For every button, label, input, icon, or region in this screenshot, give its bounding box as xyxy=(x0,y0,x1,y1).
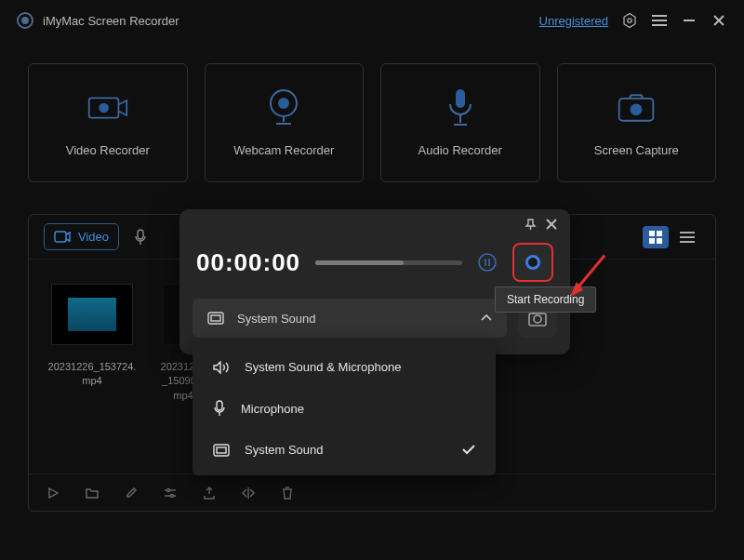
library-toolbar xyxy=(29,473,715,511)
svg-rect-25 xyxy=(657,238,662,244)
svg-marker-0 xyxy=(624,14,635,28)
system-sound-icon xyxy=(207,312,224,325)
close-button[interactable] xyxy=(711,12,727,29)
audio-source-select[interactable]: System Sound xyxy=(193,299,507,338)
svg-rect-20 xyxy=(138,230,143,239)
trash-icon[interactable] xyxy=(280,486,295,500)
check-icon xyxy=(462,445,475,455)
svg-point-42 xyxy=(534,315,541,323)
mode-label: Webcam Recorder xyxy=(233,143,334,157)
tab-video[interactable]: Video xyxy=(44,223,119,250)
file-item[interactable]: 20231226_153724.mp4 xyxy=(47,284,137,403)
svg-rect-22 xyxy=(649,231,655,236)
play-icon[interactable] xyxy=(46,486,60,500)
pause-icon[interactable] xyxy=(477,252,498,273)
progress-bar xyxy=(315,260,462,265)
mode-webcam-recorder[interactable]: Webcam Recorder xyxy=(205,63,365,182)
speaker-icon xyxy=(213,361,230,374)
dropdown-option-system[interactable]: System Sound xyxy=(193,430,496,470)
file-thumbnail xyxy=(51,284,133,345)
svg-rect-46 xyxy=(217,447,226,453)
svg-point-31 xyxy=(167,488,170,491)
mode-video-recorder[interactable]: Video Recorder xyxy=(28,63,188,182)
file-name: 20231226_153724.mp4 xyxy=(47,360,137,389)
dropdown-option-mic[interactable]: Microphone xyxy=(193,387,496,430)
menu-icon[interactable] xyxy=(651,12,668,29)
svg-rect-43 xyxy=(217,401,222,410)
pin-icon[interactable] xyxy=(525,219,537,237)
source-selected-label: System Sound xyxy=(237,312,316,326)
app-title: iMyMac Screen Recorder xyxy=(43,14,179,28)
audio-recorder-icon xyxy=(440,89,481,127)
svg-point-9 xyxy=(99,102,109,113)
webcam-recorder-icon xyxy=(263,89,304,127)
option-label: System Sound xyxy=(245,443,324,457)
microphone-icon xyxy=(213,400,226,417)
option-label: System Sound & Microphone xyxy=(245,360,401,374)
mode-label: Screen Capture xyxy=(594,143,679,157)
settings-gear-icon[interactable] xyxy=(621,12,638,29)
mode-label: Audio Recorder xyxy=(418,143,502,157)
option-label: Microphone xyxy=(241,402,304,416)
sliders-icon[interactable] xyxy=(163,486,178,500)
close-controller-icon[interactable] xyxy=(546,219,557,237)
mode-cards-row: Video Recorder Webcam Recorder Audio Rec… xyxy=(0,41,744,210)
svg-point-18 xyxy=(631,103,643,115)
grid-view-button[interactable] xyxy=(643,226,669,248)
timer-display: 00:00:00 xyxy=(196,248,300,277)
svg-rect-24 xyxy=(649,238,655,244)
tab-label: Video xyxy=(78,230,109,244)
svg-point-11 xyxy=(278,98,289,109)
titlebar: iMyMac Screen Recorder Unregistered xyxy=(0,0,744,41)
audio-source-dropdown: System Sound & Microphone Microphone Sys… xyxy=(193,341,496,475)
app-logo-icon xyxy=(17,12,33,29)
svg-point-1 xyxy=(628,19,632,23)
recording-controller: 00:00:00 System Sound xyxy=(179,209,570,354)
list-view-button[interactable] xyxy=(674,226,700,248)
svg-point-32 xyxy=(171,494,174,497)
screen-capture-icon xyxy=(616,89,657,127)
edit-icon[interactable] xyxy=(124,486,139,500)
mode-screen-capture[interactable]: Screen Capture xyxy=(557,63,717,182)
mode-label: Video Recorder xyxy=(66,143,150,157)
start-recording-tooltip: Start Recording xyxy=(495,287,596,313)
tab-audio[interactable] xyxy=(125,223,156,251)
dropdown-option-both[interactable]: System Sound & Microphone xyxy=(193,347,496,387)
chevron-up-icon xyxy=(481,314,492,322)
minimize-button[interactable] xyxy=(681,12,698,29)
start-recording-button[interactable] xyxy=(512,243,553,282)
svg-rect-19 xyxy=(55,232,66,242)
unregistered-link[interactable]: Unregistered xyxy=(539,14,608,28)
mode-audio-recorder[interactable]: Audio Recorder xyxy=(380,63,540,182)
svg-point-36 xyxy=(479,254,496,271)
record-dot-icon xyxy=(525,255,540,270)
system-sound-icon xyxy=(213,444,230,457)
svg-rect-23 xyxy=(657,231,662,236)
export-icon[interactable] xyxy=(202,486,217,500)
compress-icon[interactable] xyxy=(241,486,256,500)
svg-rect-40 xyxy=(211,315,220,321)
folder-icon[interactable] xyxy=(85,486,100,500)
video-recorder-icon xyxy=(87,89,128,127)
svg-rect-14 xyxy=(456,89,465,108)
